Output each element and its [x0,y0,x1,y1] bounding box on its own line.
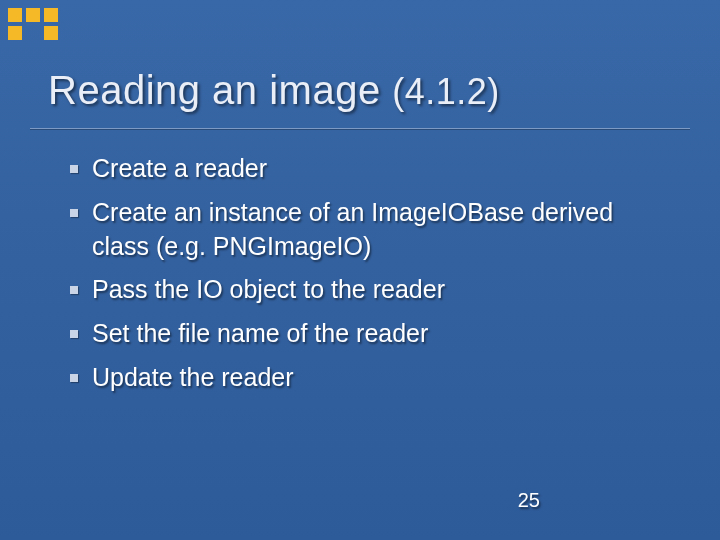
bullet-icon [70,330,78,338]
list-item: Create an instance of an ImageIOBase der… [70,196,660,264]
title-divider [30,128,690,129]
deco-square [44,8,58,22]
slide-title: Reading an image (4.1.2) [48,68,500,113]
bullet-text: Pass the IO object to the reader [92,273,660,307]
corner-decoration [8,8,88,44]
bullet-text: Create a reader [92,152,660,186]
bullet-icon [70,209,78,217]
bullet-icon [70,165,78,173]
bullet-icon [70,286,78,294]
title-main: Reading an image [48,68,392,112]
list-item: Update the reader [70,361,660,395]
bullet-list: Create a reader Create an instance of an… [70,152,660,395]
bullet-icon [70,374,78,382]
bullet-text: Update the reader [92,361,660,395]
deco-square [26,8,40,22]
list-item: Create a reader [70,152,660,186]
page-number: 25 [518,489,540,512]
deco-square [44,26,58,40]
title-version: (4.1.2) [392,71,500,112]
content-area: Create a reader Create an instance of an… [70,152,660,405]
bullet-text: Create an instance of an ImageIOBase der… [92,196,660,264]
list-item: Pass the IO object to the reader [70,273,660,307]
deco-square [8,26,22,40]
list-item: Set the file name of the reader [70,317,660,351]
deco-square [8,8,22,22]
bullet-text: Set the file name of the reader [92,317,660,351]
